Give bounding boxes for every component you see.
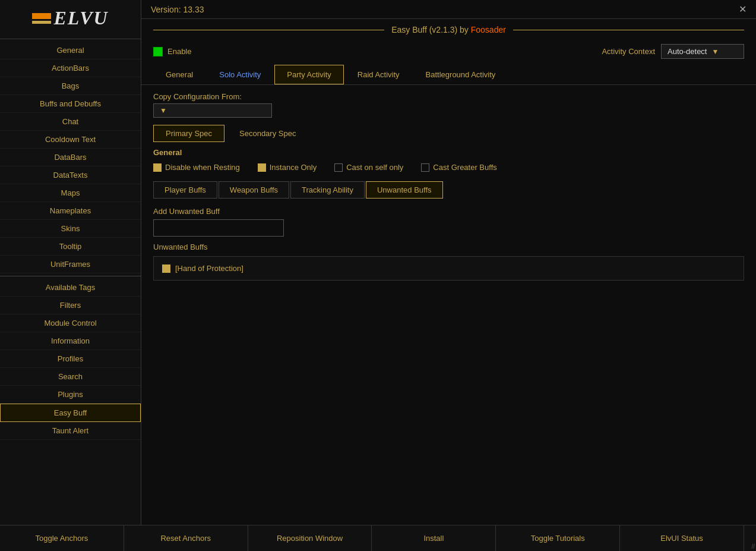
tab-solo-activity[interactable]: Solo Activity <box>207 65 273 84</box>
checkbox-box-instance-only <box>258 163 266 172</box>
sidebar-item-nameplates[interactable]: Nameplates <box>0 202 141 220</box>
copy-config-dropdown[interactable]: ▼ <box>153 103 272 118</box>
sidebar-item-module-control[interactable]: Module Control <box>0 314 141 332</box>
add-buff-section: Add Unwanted Buff <box>153 207 744 237</box>
spec-tab-secondary-spec[interactable]: Secondary Spec <box>227 125 308 142</box>
plugin-author: Foosader <box>471 25 506 34</box>
buff-item: [Hand of Protection] <box>159 262 739 275</box>
bottom-btn-reposition-window[interactable]: Reposition Window <box>248 525 372 551</box>
add-buff-label: Add Unwanted Buff <box>153 207 744 216</box>
plugin-title-text: Easy Buff (v2.1.3) by <box>391 25 471 34</box>
sidebar-item-profiles[interactable]: Profiles <box>0 350 141 368</box>
sidebar-item-bags[interactable]: Bags <box>0 77 141 95</box>
context-value: Auto-detect <box>668 47 707 56</box>
sidebar-item-search[interactable]: Search <box>0 368 141 386</box>
tab-battleground-activity[interactable]: Battleground Activity <box>413 65 508 84</box>
sub-tab-player-buffs[interactable]: Player Buffs <box>153 181 217 199</box>
plugin-header: Easy Buff (v2.1.3) by Foosader <box>141 19 756 40</box>
tab-party-activity[interactable]: Party Activity <box>274 65 343 84</box>
sidebar-item-taunt-alert[interactable]: Taunt Alert <box>0 422 141 440</box>
add-buff-input[interactable] <box>153 219 284 237</box>
enable-label: Enable <box>167 47 191 56</box>
sub-tab-weapon-buffs[interactable]: Weapon Buffs <box>219 181 289 199</box>
sidebar-nav: GeneralActionBarsBagsBuffs and DebuffsCh… <box>0 39 141 525</box>
sidebar-item-chat[interactable]: Chat <box>0 113 141 131</box>
context-group: Activity Context Auto-detect ▼ <box>602 44 744 59</box>
bottom-btn-elvui-status[interactable]: ElvUI Status <box>620 525 744 551</box>
logo-bar-top <box>32 13 51 19</box>
sidebar-item-general[interactable]: General <box>0 42 141 59</box>
copy-config-row: Copy Configuration From: ▼ <box>153 92 744 118</box>
sidebar-item-buffs-and-debuffs[interactable]: Buffs and Debuffs <box>0 95 141 113</box>
sub-tabs-row: Player BuffsWeapon BuffsTracking Ability… <box>153 181 744 199</box>
general-section-label: General <box>153 148 744 157</box>
checkbox-label: Disable when Resting <box>165 163 240 172</box>
sidebar-item-unitframes[interactable]: UnitFrames <box>0 256 141 273</box>
checkbox-box-cast-on-self-only <box>334 163 343 172</box>
sidebar-item-tooltip[interactable]: Tooltip <box>0 238 141 256</box>
sidebar-item-available-tags[interactable]: Available Tags <box>0 279 141 297</box>
resize-handle: // <box>744 525 756 551</box>
activity-context-dropdown[interactable]: Auto-detect ▼ <box>661 44 744 59</box>
sidebar-item-filters[interactable]: Filters <box>0 297 141 314</box>
checkbox-label: Cast on self only <box>346 163 403 172</box>
checkbox-instance-only[interactable]: Instance Only <box>258 163 317 172</box>
app-container: ELVU GeneralActionBarsBagsBuffs and Debu… <box>0 0 756 551</box>
header-line-right <box>513 30 744 30</box>
version-bar: Version: 13.33 ✕ <box>141 0 756 19</box>
sidebar-item-plugins[interactable]: Plugins <box>0 386 141 404</box>
sidebar-item-information[interactable]: Information <box>0 332 141 350</box>
unwanted-list: [Hand of Protection] <box>153 256 744 281</box>
checkbox-cast-greater-buffs[interactable]: Cast Greater Buffs <box>421 163 496 172</box>
bottom-bar: Toggle AnchorsReset AnchorsReposition Wi… <box>0 525 756 551</box>
enable-row: Enable <box>153 47 191 56</box>
checkbox-box-cast-greater-buffs <box>421 163 429 172</box>
enable-checkbox[interactable] <box>153 47 163 56</box>
close-button[interactable]: ✕ <box>739 4 746 15</box>
logo-text: ELVU <box>53 7 108 29</box>
activity-context-row: Enable Activity Context Auto-detect ▼ <box>141 40 756 65</box>
sidebar-item-maps[interactable]: Maps <box>0 184 141 202</box>
checkboxes-row: Disable when RestingInstance OnlyCast on… <box>153 163 744 172</box>
sidebar-item-databars[interactable]: DataBars <box>0 149 141 166</box>
buff-name: [Hand of Protection] <box>175 264 243 273</box>
logo-area: ELVU <box>0 0 141 39</box>
logo-bar-bottom <box>32 21 51 24</box>
main-tabs-row: GeneralSolo ActivityParty ActivityRaid A… <box>141 65 756 85</box>
main-area: ELVU GeneralActionBarsBagsBuffs and Debu… <box>0 0 756 525</box>
logo-elvui: ELVU <box>32 7 108 29</box>
sidebar-item-easy-buff[interactable]: Easy Buff <box>0 404 141 422</box>
sub-tab-tracking-ability[interactable]: Tracking Ability <box>290 181 365 199</box>
sidebar-item-actionbars[interactable]: ActionBars <box>0 59 141 77</box>
spec-tab-primary-spec[interactable]: Primary Spec <box>153 125 224 142</box>
dropdown-arrow-icon: ▼ <box>712 48 719 56</box>
sub-tab-unwanted-buffs[interactable]: Unwanted Buffs <box>366 181 443 199</box>
inner-content: Copy Configuration From: ▼ Primary SpecS… <box>141 85 756 525</box>
header-line-left <box>153 30 384 30</box>
tab-general[interactable]: General <box>153 65 205 84</box>
bottom-btn-reset-anchors[interactable]: Reset Anchors <box>124 525 248 551</box>
bottom-btn-toggle-anchors[interactable]: Toggle Anchors <box>0 525 124 551</box>
sidebar-item-datatexts[interactable]: DataTexts <box>0 166 141 184</box>
plugin-title: Easy Buff (v2.1.3) by Foosader <box>384 25 513 34</box>
spec-tabs-row: Primary SpecSecondary Spec <box>153 125 744 142</box>
buff-color-swatch <box>162 265 170 273</box>
dropdown-arrow-copy-icon: ▼ <box>160 106 167 115</box>
tab-raid-activity[interactable]: Raid Activity <box>345 65 412 84</box>
checkbox-label: Cast Greater Buffs <box>433 163 496 172</box>
version-label: Version: 13.33 <box>151 5 204 14</box>
checkbox-cast-on-self-only[interactable]: Cast on self only <box>334 163 403 172</box>
activity-context-label: Activity Context <box>602 47 655 56</box>
sidebar: ELVU GeneralActionBarsBagsBuffs and Debu… <box>0 0 141 525</box>
bottom-btn-toggle-tutorials[interactable]: Toggle Tutorials <box>496 525 620 551</box>
checkbox-disable-when-resting[interactable]: Disable when Resting <box>153 163 240 172</box>
bottom-btn-install[interactable]: Install <box>372 525 496 551</box>
sidebar-item-skins[interactable]: Skins <box>0 220 141 238</box>
sidebar-item-cooldown-text[interactable]: Cooldown Text <box>0 131 141 149</box>
checkbox-box-disable-when-resting <box>153 163 162 172</box>
checkbox-label: Instance Only <box>270 163 317 172</box>
unwanted-section-title: Unwanted Buffs <box>153 243 744 251</box>
elvui-logo-icon <box>32 13 51 24</box>
copy-config-label: Copy Configuration From: <box>153 92 744 101</box>
sidebar-divider <box>0 276 141 276</box>
